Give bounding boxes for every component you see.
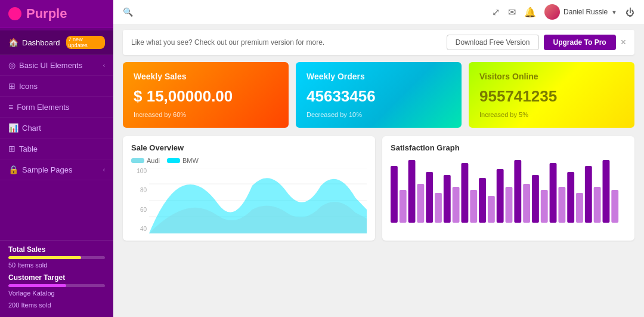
svg-rect-13 (462, 163, 469, 223)
weekly-orders-card: Weekly Orders 45633456 Decreased by 10% (296, 62, 462, 128)
weekly-sales-card: Weekly Sales $ 15,00000.00 Increased by … (123, 62, 289, 128)
svg-rect-15 (479, 178, 486, 223)
total-sales-progress-wrap (8, 256, 105, 259)
bar-chart-svg (391, 157, 626, 223)
sidebar-item-sample-pages[interactable]: 🔒 Sample Pages ‹ (0, 159, 113, 180)
audi-label: Audi (147, 157, 160, 164)
svg-rect-14 (470, 190, 477, 223)
sidebar-item-basic-ui[interactable]: ◎ Basic UI Elements ‹ (0, 55, 113, 76)
legend-audi: Audi (131, 157, 160, 164)
bmw-legend-dot (167, 158, 180, 163)
sidebar-item-dashboard[interactable]: 🏠 Dashboard 7 new updates (0, 30, 113, 55)
upgrade-button[interactable]: Upgrade To Pro (544, 35, 616, 50)
sidebar: Purple 🏠 Dashboard 7 new updates ◎ Basic… (0, 0, 113, 317)
svg-rect-11 (444, 175, 451, 223)
basic-ui-icon: ◎ (8, 60, 16, 70)
svg-rect-18 (506, 187, 513, 223)
customer-target-progress-fill (8, 284, 66, 287)
header-search: 🔍 (123, 7, 133, 17)
svg-rect-30 (611, 190, 618, 223)
bmw-label: BMW (182, 157, 199, 164)
total-sales-progress-fill (8, 256, 81, 259)
sidebar-item-form-elements[interactable]: ≡ Form Elements (0, 97, 113, 118)
customer-target-title: Customer Target (8, 273, 105, 282)
weekly-orders-sub: Decreased by 10% (306, 111, 451, 118)
audi-legend-dot (131, 158, 144, 163)
svg-rect-24 (558, 187, 565, 223)
visitors-online-card: Visitors Online 955741235 Increased by 5… (469, 62, 634, 128)
main-area: 🔍 ⤢ ✉ 🔔 Daniel Russie ▼ ⏻ Like what you … (113, 0, 644, 317)
visitors-sub: Increased by 5% (479, 111, 624, 118)
svg-rect-29 (603, 160, 610, 223)
svg-rect-27 (585, 166, 592, 223)
sidebar-item-icons[interactable]: ⊞ Icons (0, 76, 113, 97)
weekly-orders-value: 45633456 (306, 87, 451, 106)
form-icon: ≡ (8, 102, 13, 112)
svg-rect-23 (550, 163, 557, 223)
total-sales-title: Total Sales (8, 245, 105, 254)
promo-text: Like what you see? Check out our premium… (131, 38, 324, 47)
sample-pages-arrow: ‹ (103, 167, 105, 173)
promo-bar: Like what you see? Check out our premium… (123, 30, 634, 55)
svg-rect-9 (426, 172, 433, 223)
svg-rect-26 (576, 193, 583, 223)
header-actions: ⤢ ✉ 🔔 Daniel Russie ▼ ⏻ (492, 4, 634, 20)
sidebar-nav: 🏠 Dashboard 7 new updates ◎ Basic UI Ele… (0, 28, 113, 240)
satisfaction-title: Satisfaction Graph (391, 143, 626, 152)
search-icon: 🔍 (123, 7, 133, 17)
y-label-80: 80 (131, 187, 147, 193)
logo-text: Purple (26, 6, 67, 21)
username-label: Daniel Russie (564, 8, 608, 16)
logo-icon (8, 7, 21, 20)
basic-ui-arrow: ‹ (103, 62, 105, 69)
sale-overview-title: Sale Overview (131, 143, 367, 152)
sidebar-logo[interactable]: Purple (0, 0, 113, 28)
y-label-100: 100 (131, 168, 147, 174)
icons-icon: ⊞ (8, 81, 16, 91)
svg-rect-28 (594, 187, 601, 223)
area-chart-svg (149, 168, 367, 233)
sidebar-item-label: Basic UI Elements (19, 61, 82, 70)
sidebar-item-label: Table (19, 144, 38, 153)
customer-target-progress-wrap (8, 284, 105, 287)
sample-pages-icon: 🔒 (8, 165, 18, 174)
svg-rect-10 (435, 193, 442, 223)
chart-icon: 📊 (8, 123, 18, 133)
visitors-value: 955741235 (479, 87, 624, 106)
total-sales-section: Total Sales 50 Items sold Customer Targe… (0, 240, 113, 317)
bell-icon[interactable]: 🔔 (524, 7, 536, 18)
header: 🔍 ⤢ ✉ 🔔 Daniel Russie ▼ ⏻ (113, 0, 644, 24)
svg-rect-25 (567, 172, 574, 223)
power-icon[interactable]: ⏻ (626, 7, 634, 17)
total-sales-sold-label: 50 Items sold (8, 261, 105, 269)
sidebar-item-label: Dashboard (22, 38, 60, 47)
dashboard-badge: 7 new updates (66, 36, 105, 49)
sidebar-item-table[interactable]: ⊞ Table (0, 139, 113, 159)
sidebar-item-label: Form Elements (17, 103, 69, 112)
y-label-60: 60 (131, 207, 147, 213)
dropdown-arrow: ▼ (611, 9, 617, 16)
y-axis: 100 80 60 40 (131, 168, 147, 233)
charts-row: Sale Overview Audi BMW 100 80 60 (123, 136, 634, 241)
avatar (544, 4, 560, 20)
header-user[interactable]: Daniel Russie ▼ (544, 4, 617, 20)
sidebar-item-label: Chart (22, 124, 41, 133)
mail-icon[interactable]: ✉ (508, 7, 516, 18)
promo-close-icon[interactable]: × (621, 37, 626, 48)
download-button[interactable]: Download Free Version (447, 35, 539, 50)
svg-rect-12 (453, 187, 460, 223)
bar-chart (391, 157, 626, 223)
expand-icon[interactable]: ⤢ (492, 7, 500, 18)
customer-target-sold-label: 200 Items sold (8, 301, 105, 309)
svg-rect-19 (514, 160, 521, 223)
svg-rect-7 (408, 160, 416, 223)
sale-overview-card: Sale Overview Audi BMW 100 80 60 (123, 136, 375, 241)
sidebar-item-chart[interactable]: 📊 Chart (0, 118, 113, 139)
customer-target-sub-label: Vorlage Katalog (8, 290, 105, 297)
visitors-title: Visitors Online (479, 72, 624, 81)
sidebar-item-label: Icons (19, 82, 38, 91)
stat-cards: Weekly Sales $ 15,00000.00 Increased by … (123, 62, 634, 128)
svg-rect-6 (400, 190, 407, 223)
svg-rect-17 (497, 169, 504, 223)
weekly-sales-sub: Increased by 60% (134, 111, 278, 118)
